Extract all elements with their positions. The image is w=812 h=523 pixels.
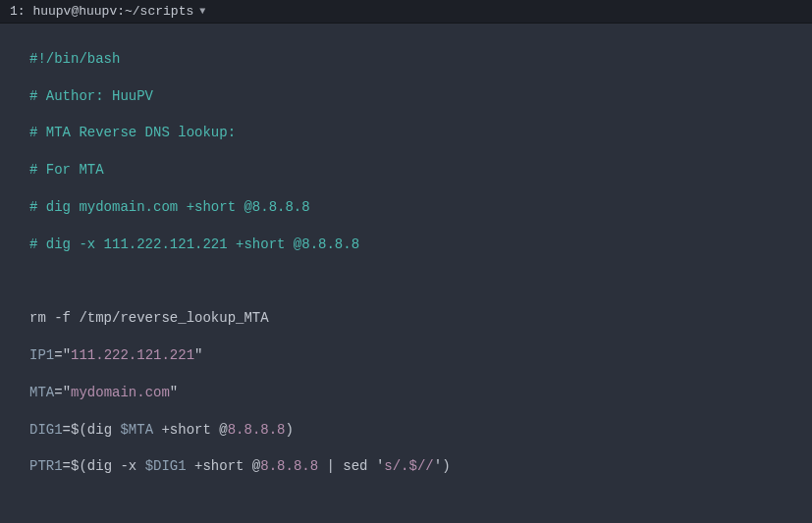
comment-for: # For MTA	[29, 162, 104, 178]
comment-dig1: # dig mydomain.com +short @8.8.8.8	[29, 199, 310, 215]
mta-value: mydomain.com	[71, 385, 170, 400]
var-ptr1: PTR1	[29, 458, 63, 474]
var-mta: MTA	[29, 385, 54, 400]
rm-cmd: rm -f /tmp/reverse_lookup_MTA	[29, 310, 269, 326]
chevron-down-icon[interactable]: ▼	[199, 6, 205, 17]
editor-content[interactable]: #!/bin/bash # Author: HuuPV # MTA Revers…	[0, 24, 812, 523]
ip1-value: 111.222.121.221	[71, 347, 194, 363]
comment-mta: # MTA Reverse DNS lookup:	[29, 125, 236, 140]
shebang: #!/bin/bash	[29, 51, 120, 67]
titlebar-label: 1: huupv@huupv:~/scripts	[10, 4, 193, 19]
var-ip1: IP1	[29, 347, 54, 363]
comment-author: # Author: HuuPV	[29, 88, 153, 104]
var-dig1: DIG1	[29, 422, 63, 438]
comment-dig2: # dig -x 111.222.121.221 +short @8.8.8.8	[29, 236, 359, 252]
terminal-titlebar[interactable]: 1: huupv@huupv:~/scripts ▼	[0, 0, 812, 24]
